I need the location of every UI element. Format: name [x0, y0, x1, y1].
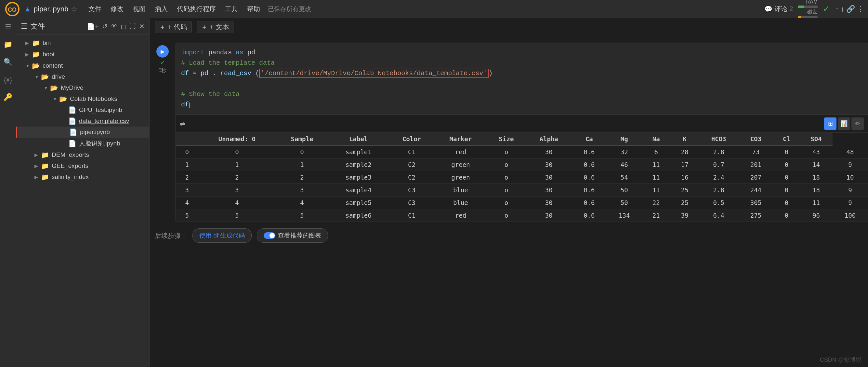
hide-sidebar-icon[interactable]: 👁 [111, 23, 117, 30]
notebook-title: ▲ piper.ipynb ☆ [24, 5, 78, 13]
edit-view-btn[interactable]: ✏ [851, 117, 864, 130]
expand-icon[interactable]: ⛶ [129, 23, 136, 30]
tree-label-salinity: salinity_index [52, 173, 145, 180]
table-cell: o [487, 159, 526, 171]
refresh-icon[interactable]: ↺ [102, 23, 107, 30]
sidebar-item-colab-notebooks[interactable]: ▼ 📂 Colab Notebooks [16, 93, 149, 105]
file-icon-csv: 📄 [68, 117, 76, 125]
output-table-scroll[interactable]: Unnamed: 0 Sample Label Color Marker Siz… [176, 133, 868, 222]
file-icon-face: 📄 [68, 140, 76, 147]
left-icon-variables[interactable]: {x} [2, 74, 14, 86]
view-chart-toggle[interactable]: 查看推荐的图表 [257, 228, 328, 243]
comment-button[interactable]: 💬 评论 2 [764, 5, 793, 13]
sidebar-item-boot[interactable]: ▶ 📁 boot ⋮ [16, 49, 149, 60]
table-header-row: Unnamed: 0 Sample Label Color Marker Siz… [176, 133, 868, 145]
add-text-button[interactable]: ＋ + 文本 [197, 21, 234, 33]
menu-insert[interactable]: 插入 [150, 3, 172, 15]
filter-icon[interactable]: ⇌ [180, 120, 185, 128]
sidebar-title-area: ☰ 文件 [21, 22, 45, 31]
table-cell: C3 [389, 197, 435, 209]
tree-label-gee: GEE_exports [52, 162, 145, 170]
table-cell: 3 [198, 184, 276, 197]
table-cell: blue [435, 197, 487, 209]
tree-arrow-salinity: ▶ [34, 174, 41, 179]
link-icon[interactable]: 🔗 [846, 5, 855, 13]
menu-bar: 文件 修改 视图 插入 代码执行程序 工具 帮助 已保存所有更改 [84, 3, 311, 15]
more-icon[interactable]: ⋮ [857, 5, 864, 13]
tree-arrow-mydrive: ▼ [43, 85, 50, 90]
table-cell: 9 [833, 159, 868, 171]
new-file-icon[interactable]: 📄+ [87, 23, 99, 30]
left-icon-search[interactable]: 🔍 [2, 56, 14, 68]
table-cell: 10 [833, 171, 868, 184]
sidebar-item-content[interactable]: ▼ 📂 content [16, 60, 149, 71]
sidebar-item-bin[interactable]: ▶ 📁 bin [16, 37, 149, 49]
menu-file[interactable]: 文件 [84, 3, 106, 15]
col-header-co3: CO3 [738, 133, 773, 145]
csdn-watermark: CSDN @彭博锐 [820, 356, 862, 364]
table-cell: 0 [773, 209, 800, 222]
ram-bar [798, 5, 817, 8]
plus-text-icon: ＋ [201, 23, 208, 32]
table-cell: 0 [198, 145, 276, 159]
table-cell: 25 [670, 184, 699, 197]
menu-edit[interactable]: 修改 [106, 3, 128, 15]
table-cell: 2.4 [699, 171, 738, 184]
sidebar-item-dem[interactable]: ▶ 📁 DEM_exports [16, 149, 149, 161]
plus-code-icon: ＋ [159, 23, 166, 32]
menu-tools[interactable]: 工具 [220, 3, 243, 15]
up-arrow-icon[interactable]: ↑ [835, 5, 839, 13]
table-view-btn[interactable]: ⊞ [824, 117, 836, 130]
menu-help[interactable]: 帮助 [243, 3, 265, 15]
sidebar-item-gpu-test[interactable]: ▶ 📄 GPU_test.ipynb [16, 105, 149, 115]
sidebar-item-mydrive[interactable]: ▼ 📂 MyDrive [16, 82, 149, 93]
table-cell: 275 [738, 209, 773, 222]
folder-icon-content: 📂 [32, 62, 40, 69]
cell-content[interactable]: import pandas as pd # Load the template … [176, 43, 868, 222]
table-cell: 0.6 [571, 197, 607, 209]
left-icon-menu[interactable]: ☰ [3, 21, 13, 33]
menu-runtime[interactable]: 代码执行程序 [172, 3, 220, 15]
table-cell: blue [435, 184, 487, 197]
table-cell: 30 [526, 209, 572, 222]
col-header-mg: Mg [607, 133, 642, 145]
add-code-button[interactable]: ＋ + 代码 [155, 21, 191, 33]
table-cell: 134 [607, 209, 642, 222]
table-cell: 3 [276, 184, 328, 197]
hamburger-icon[interactable]: ☰ [21, 22, 27, 31]
output-table: Unnamed: 0 Sample Label Color Marker Siz… [176, 133, 868, 222]
table-cell: C1 [389, 209, 435, 222]
left-icon-files[interactable]: 📁 [2, 38, 14, 51]
code-line-1: import pandas as pd [181, 48, 863, 58]
generate-code-btn[interactable]: 使用 df 生成代码 [192, 228, 252, 243]
table-cell: 11 [642, 171, 670, 184]
table-cell: red [435, 209, 487, 222]
code-line-blank [181, 79, 863, 89]
run-button[interactable]: ▶ [156, 45, 169, 58]
code-editor[interactable]: import pandas as pd # Load the template … [176, 43, 868, 115]
sidebar-item-drive[interactable]: ▼ 📂 drive [16, 71, 149, 82]
table-cell: 6 [642, 145, 670, 159]
menu-view[interactable]: 视图 [128, 3, 150, 15]
star-icon[interactable]: ☆ [71, 5, 78, 13]
sidebar-item-piper[interactable]: ▶ 📄 piper.ipynb [16, 126, 149, 138]
table-cell: 32 [607, 145, 642, 159]
table-row: 555sample6C1redo300.613421396.4275096100 [176, 209, 868, 222]
chart-view-btn[interactable]: 📊 [838, 117, 850, 130]
col-header-ca: Ca [571, 133, 607, 145]
down-arrow-icon[interactable]: ↓ [841, 5, 844, 13]
saved-label: 已保存所有更改 [268, 5, 311, 13]
close-sidebar-icon[interactable]: ✕ [139, 23, 145, 30]
table-cell: 4 [198, 197, 276, 209]
add-code-label: + 代码 [168, 23, 187, 32]
toolbar-arrows: ↑ ↓ 🔗 ⋮ [835, 5, 864, 13]
sidebar-item-gee[interactable]: ▶ 📁 GEE_exports [16, 161, 149, 171]
col-header-idx [176, 133, 198, 145]
sidebar-item-face-rec[interactable]: ▶ 📄 人脸识别.ipynb [16, 138, 149, 149]
left-icon-secrets[interactable]: 🔑 [2, 91, 14, 104]
eye-slash-icon[interactable]: ◻ [121, 23, 126, 30]
sidebar-item-salinity[interactable]: ▶ 📁 salinity_index [16, 171, 149, 182]
sidebar-item-data-template[interactable]: ▶ 📄 data_template.csv [16, 115, 149, 126]
table-cell: 50 [607, 197, 642, 209]
notebook-scroll[interactable]: ▶ ✓ 0秒 import pandas as pd # Load the t [150, 36, 868, 367]
